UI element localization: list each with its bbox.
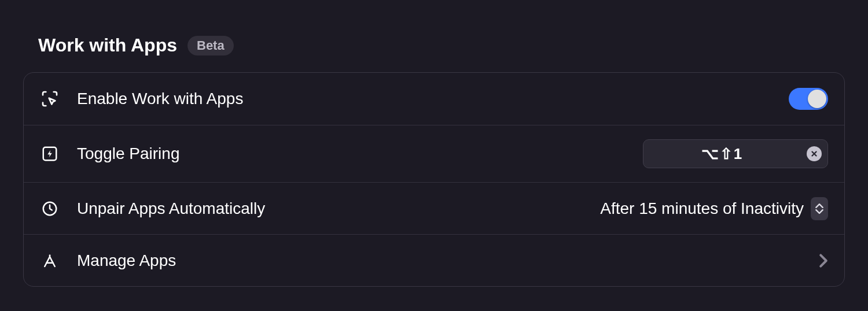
pairing-shortcut-field[interactable]: ⌥⇧1 <box>643 139 828 168</box>
cursor-capture-icon <box>40 89 60 109</box>
enable-toggle[interactable] <box>789 88 828 110</box>
select-stepper-icon <box>811 197 828 220</box>
settings-panel: Enable Work with Apps Toggle Pairing ⌥⇧1 <box>23 72 845 287</box>
row-unpair-automatically: Unpair Apps Automatically After 15 minut… <box>24 182 844 234</box>
manage-label: Manage Apps <box>77 251 801 270</box>
unpair-value: After 15 minutes of Inactivity <box>600 199 804 218</box>
beta-badge: Beta <box>187 36 234 55</box>
unpair-label: Unpair Apps Automatically <box>77 199 583 218</box>
svg-point-2 <box>49 254 51 256</box>
section-header: Work with Apps Beta <box>23 35 845 56</box>
pairing-label: Toggle Pairing <box>77 145 626 163</box>
row-toggle-pairing: Toggle Pairing ⌥⇧1 <box>24 125 844 182</box>
shortcut-value: ⌥⇧1 <box>643 145 801 163</box>
toggle-knob <box>808 90 826 108</box>
clock-icon <box>40 199 60 219</box>
section-title: Work with Apps <box>38 35 177 56</box>
chevron-right-icon <box>819 253 828 268</box>
lightning-box-icon <box>40 144 60 164</box>
unpair-select[interactable]: After 15 minutes of Inactivity <box>600 197 828 220</box>
clear-shortcut-button[interactable] <box>807 146 822 161</box>
enable-label: Enable Work with Apps <box>77 90 771 108</box>
row-enable-work-with-apps: Enable Work with Apps <box>24 73 844 125</box>
row-manage-apps[interactable]: Manage Apps <box>24 234 844 286</box>
apps-icon <box>40 251 60 271</box>
